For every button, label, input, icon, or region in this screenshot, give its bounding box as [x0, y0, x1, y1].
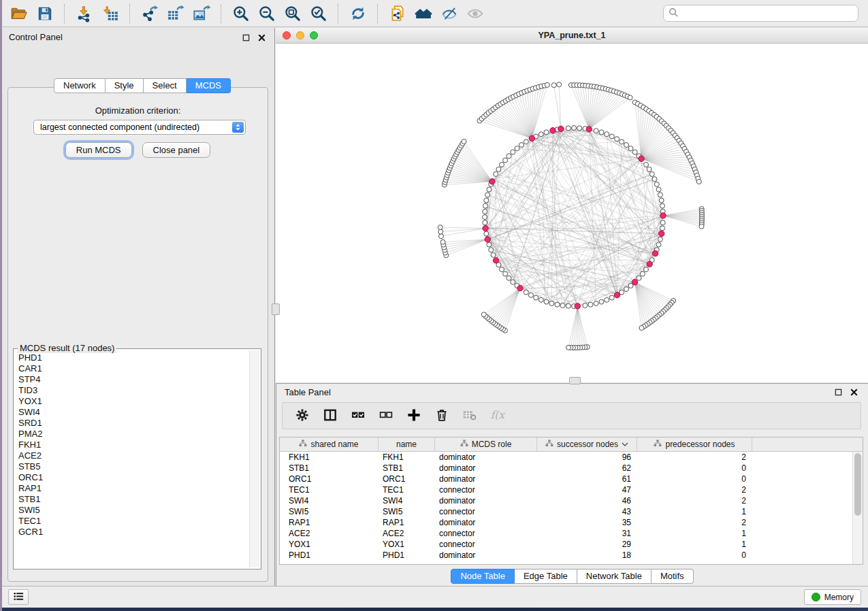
table-row[interactable]: SWI4SWI4dominator462 — [280, 495, 863, 506]
mcds-node[interactable] — [652, 250, 658, 256]
cell-shared-name[interactable]: SWI4 — [280, 495, 379, 506]
mcds-node[interactable] — [647, 261, 652, 267]
cell-mcds-role[interactable]: dominator — [435, 495, 537, 506]
cell-predecessor-nodes[interactable]: 0 — [637, 474, 752, 484]
task-history-button[interactable] — [8, 589, 29, 605]
mcds-node[interactable] — [483, 225, 488, 231]
result-node-item[interactable]: ACE2 — [18, 450, 249, 461]
result-node-item[interactable]: CAR1 — [18, 363, 249, 374]
close-panel-button[interactable]: Close panel — [142, 142, 211, 158]
table-row[interactable]: FKH1FKH1dominator962 — [280, 452, 863, 463]
cell-predecessor-nodes[interactable]: 1 — [637, 506, 752, 517]
result-node-item[interactable]: TID3 — [18, 385, 249, 396]
result-node-item[interactable]: RAP1 — [18, 483, 249, 494]
cell-shared-name[interactable]: ORC1 — [280, 474, 379, 484]
cell-predecessor-nodes[interactable]: 0 — [637, 550, 752, 561]
close-panel-icon[interactable] — [257, 33, 266, 42]
network-from-file-button[interactable] — [386, 3, 409, 24]
zoom-selected-button[interactable] — [307, 3, 330, 24]
import-network-button[interactable] — [73, 3, 96, 24]
tab-node-table[interactable]: Node Table — [451, 569, 515, 584]
table-row[interactable]: STB1STB1dominator620 — [280, 463, 863, 474]
cell-mcds-role[interactable]: dominator — [435, 550, 537, 561]
table-scrollbar-thumb[interactable] — [854, 453, 861, 516]
cell-successor-nodes[interactable]: 62 — [537, 463, 637, 474]
result-node-item[interactable]: STP4 — [18, 374, 249, 385]
cell-name[interactable]: SWI5 — [379, 506, 435, 517]
cell-name[interactable]: PHD1 — [379, 550, 435, 561]
mcds-node[interactable] — [586, 127, 592, 132]
tab-network-table[interactable]: Network Table — [577, 569, 652, 584]
column-header-mcds-role[interactable]: MCDS role — [435, 437, 537, 451]
import-table-button[interactable] — [99, 3, 122, 24]
memory-button[interactable]: Memory — [804, 589, 861, 605]
tab-edge-table[interactable]: Edge Table — [515, 569, 577, 584]
zoom-out-button[interactable] — [255, 3, 278, 24]
table-row[interactable]: RAP1RAP1dominator352 — [280, 517, 863, 528]
cell-mcds-role[interactable]: dominator — [435, 452, 537, 463]
mcds-node[interactable] — [517, 285, 523, 291]
result-node-item[interactable]: SWI5 — [18, 505, 249, 516]
mcds-node[interactable] — [660, 213, 666, 218]
preview-button[interactable] — [464, 3, 487, 24]
column-header-shared-name[interactable]: shared name — [280, 437, 379, 451]
cell-successor-nodes[interactable]: 47 — [537, 484, 637, 495]
result-node-item[interactable]: GCR1 — [18, 527, 249, 538]
column-header-predecessor-nodes[interactable]: predecessor nodes — [637, 437, 752, 451]
export-network-button[interactable] — [138, 3, 161, 24]
tab-mcds[interactable]: MCDS — [187, 78, 231, 93]
cell-name[interactable]: STB1 — [379, 463, 435, 474]
column-header-name[interactable]: name — [379, 437, 435, 451]
cell-shared-name[interactable]: YOX1 — [280, 539, 379, 550]
cell-name[interactable]: YOX1 — [379, 539, 435, 550]
cell-shared-name[interactable]: TEC1 — [280, 484, 379, 495]
result-node-item[interactable]: FKH1 — [18, 440, 249, 450]
cell-successor-nodes[interactable]: 43 — [537, 506, 637, 517]
cell-successor-nodes[interactable]: 31 — [537, 528, 637, 539]
export-image-button[interactable] — [190, 3, 213, 24]
add-column-button[interactable] — [406, 408, 422, 424]
close-table-panel-icon[interactable] — [850, 388, 858, 397]
delete-column-button[interactable] — [434, 408, 450, 424]
float-panel-icon[interactable] — [242, 33, 251, 42]
cell-successor-nodes[interactable]: 61 — [537, 474, 637, 484]
mcds-node[interactable] — [558, 126, 564, 131]
column-header-successor-nodes[interactable]: successor nodes — [537, 437, 637, 451]
cell-name[interactable]: TEC1 — [379, 484, 435, 495]
table-row[interactable]: YOX1YOX1connector291 — [280, 539, 863, 550]
cell-mcds-role[interactable]: connector — [435, 484, 537, 495]
cell-successor-nodes[interactable]: 96 — [537, 452, 637, 463]
zoom-fit-button[interactable] — [281, 3, 304, 24]
cell-name[interactable]: RAP1 — [379, 517, 435, 528]
cell-successor-nodes[interactable]: 29 — [537, 539, 637, 550]
mcds-node[interactable] — [485, 237, 490, 242]
cell-name[interactable]: FKH1 — [379, 452, 435, 463]
save-session-button[interactable] — [33, 3, 57, 24]
result-node-item[interactable]: PMA2 — [18, 429, 249, 440]
result-node-item[interactable]: SRD1 — [18, 418, 249, 429]
table-row[interactable]: ORC1ORC1dominator610 — [280, 474, 863, 484]
select-all-button[interactable] — [350, 408, 366, 424]
mcds-node[interactable] — [639, 156, 644, 161]
cell-shared-name[interactable]: FKH1 — [280, 452, 379, 463]
tab-network[interactable]: Network — [54, 78, 106, 93]
table-row[interactable]: ACE2ACE2connector311 — [280, 528, 863, 539]
tab-style[interactable]: Style — [106, 78, 144, 93]
cell-successor-nodes[interactable]: 35 — [537, 517, 637, 528]
result-node-item[interactable]: SWI4 — [18, 407, 249, 418]
horizontal-splitter-grip[interactable] — [569, 377, 581, 384]
result-node-item[interactable]: YOX1 — [18, 396, 249, 407]
optimization-select[interactable]: largest connected component (undirected) — [33, 120, 246, 135]
cell-shared-name[interactable]: SWI5 — [280, 506, 379, 517]
zoom-in-button[interactable] — [229, 3, 253, 24]
cell-predecessor-nodes[interactable]: 2 — [637, 484, 752, 495]
mcds-node[interactable] — [575, 303, 580, 309]
cell-name[interactable]: ORC1 — [379, 474, 435, 484]
mcds-node[interactable] — [489, 179, 495, 184]
cell-mcds-role[interactable]: dominator — [435, 474, 537, 484]
cell-shared-name[interactable]: ACE2 — [280, 528, 379, 539]
result-node-item[interactable]: ORC1 — [18, 472, 249, 483]
tab-motifs[interactable]: Motifs — [652, 569, 694, 584]
float-table-panel-icon[interactable] — [834, 388, 843, 397]
mcds-node[interactable] — [659, 231, 664, 236]
